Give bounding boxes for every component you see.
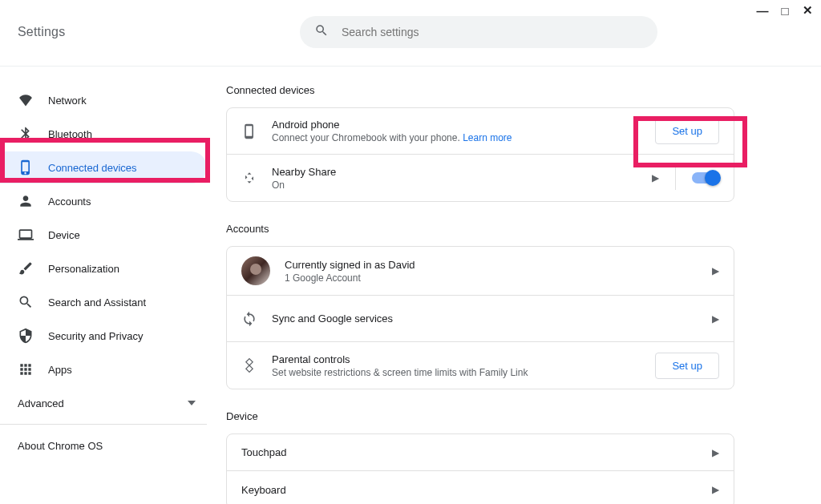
- keyboard-title: Keyboard: [241, 484, 712, 496]
- laptop-icon: [18, 227, 34, 243]
- divider: [0, 424, 207, 425]
- device-card: Touchpad ▶ Keyboard ▶: [226, 433, 734, 504]
- sidebar-item-personalization[interactable]: Personalization: [0, 252, 207, 284]
- connected-devices-card: Android phone Connect your Chromebook wi…: [226, 107, 734, 202]
- paint-icon: [18, 260, 34, 276]
- sidebar-about[interactable]: About Chrome OS: [0, 429, 224, 462]
- android-phone-row: Android phone Connect your Chromebook wi…: [227, 108, 734, 155]
- app-header: Settings: [0, 0, 821, 67]
- advanced-label: Advanced: [18, 397, 64, 409]
- chevron-right-icon: ▶: [652, 172, 659, 183]
- search-icon: [18, 294, 34, 310]
- learn-more-link[interactable]: Learn more: [463, 132, 512, 143]
- window-minimize[interactable]: —: [757, 5, 768, 16]
- avatar: [241, 256, 270, 285]
- sidebar-advanced[interactable]: Advanced: [0, 387, 224, 419]
- parental-title: Parental controls: [272, 353, 655, 365]
- sync-icon: [241, 311, 257, 327]
- sync-title: Sync and Google services: [272, 312, 712, 325]
- sidebar-item-label: Accounts: [48, 196, 91, 208]
- signed-in-subtitle: 1 Google Account: [285, 272, 712, 284]
- wifi-icon: [18, 92, 34, 108]
- window-maximize[interactable]: □: [779, 5, 791, 16]
- sidebar-item-accounts[interactable]: Accounts: [0, 185, 207, 217]
- nearby-share-row[interactable]: Nearby Share On ▶: [227, 155, 734, 201]
- chevron-right-icon: ▶: [712, 447, 719, 458]
- parental-controls-row: Parental controls Set website restrictio…: [227, 342, 734, 389]
- search-input[interactable]: [342, 26, 643, 38]
- sidebar: Network Bluetooth Connected devices Acco…: [0, 67, 224, 504]
- sidebar-item-bluetooth[interactable]: Bluetooth: [0, 118, 207, 150]
- android-phone-title: Android phone: [272, 119, 655, 131]
- sidebar-item-label: Connected devices: [48, 162, 137, 174]
- touchpad-row[interactable]: Touchpad ▶: [227, 434, 734, 471]
- kite-icon: [241, 357, 257, 373]
- apps-icon: [18, 361, 34, 377]
- phone-icon: [18, 159, 34, 175]
- window-close[interactable]: ✕: [802, 5, 813, 16]
- touchpad-title: Touchpad: [241, 446, 712, 458]
- sidebar-item-label: Search and Assistant: [48, 296, 146, 308]
- sidebar-item-security-privacy[interactable]: Security and Privacy: [0, 320, 207, 352]
- phone-icon: [241, 123, 257, 139]
- chevron-right-icon: ▶: [712, 265, 719, 276]
- divider: [675, 166, 676, 190]
- sidebar-item-label: Network: [48, 95, 87, 107]
- sidebar-item-label: Device: [48, 229, 80, 241]
- page-title: Settings: [18, 25, 65, 39]
- sidebar-item-search-assistant[interactable]: Search and Assistant: [0, 286, 207, 318]
- nearby-share-subtitle: On: [272, 179, 652, 191]
- about-label: About Chrome OS: [18, 440, 103, 452]
- chevron-right-icon: ▶: [712, 484, 719, 495]
- android-phone-subtitle: Connect your Chromebook with your phone.…: [272, 132, 655, 143]
- parental-setup-button[interactable]: Set up: [655, 353, 719, 379]
- current-account-row[interactable]: Currently signed in as David 1 Google Ac…: [227, 247, 734, 296]
- keyboard-row[interactable]: Keyboard ▶: [227, 471, 734, 504]
- parental-subtitle: Set website restrictions & screen time l…: [272, 367, 655, 378]
- chevron-right-icon: ▶: [712, 313, 719, 325]
- sidebar-item-label: Bluetooth: [48, 128, 92, 140]
- main-content: Connected devices Android phone Connect …: [224, 67, 821, 504]
- sidebar-item-label: Apps: [48, 364, 72, 376]
- sync-row[interactable]: Sync and Google services ▶: [227, 296, 734, 342]
- android-setup-button[interactable]: Set up: [655, 118, 719, 144]
- sidebar-item-apps[interactable]: Apps: [0, 353, 207, 385]
- sidebar-item-label: Security and Privacy: [48, 330, 144, 342]
- shield-icon: [18, 328, 34, 344]
- search-icon: [314, 23, 342, 41]
- sidebar-item-network[interactable]: Network: [0, 84, 207, 116]
- section-title-device: Device: [226, 410, 734, 422]
- search-box[interactable]: [300, 16, 657, 48]
- nearby-share-icon: [241, 170, 257, 186]
- person-icon: [18, 193, 34, 209]
- signed-in-title: Currently signed in as David: [285, 259, 712, 271]
- sidebar-item-connected-devices[interactable]: Connected devices: [0, 151, 207, 183]
- nearby-share-toggle[interactable]: [692, 172, 719, 183]
- bluetooth-icon: [18, 126, 34, 142]
- section-title-connected-devices: Connected devices: [226, 84, 734, 96]
- sidebar-item-label: Personalization: [48, 263, 119, 275]
- nearby-share-title: Nearby Share: [272, 166, 652, 178]
- accounts-card: Currently signed in as David 1 Google Ac…: [226, 246, 734, 389]
- sidebar-item-device[interactable]: Device: [0, 219, 207, 251]
- section-title-accounts: Accounts: [226, 223, 734, 235]
- chevron-down-icon: [188, 401, 196, 405]
